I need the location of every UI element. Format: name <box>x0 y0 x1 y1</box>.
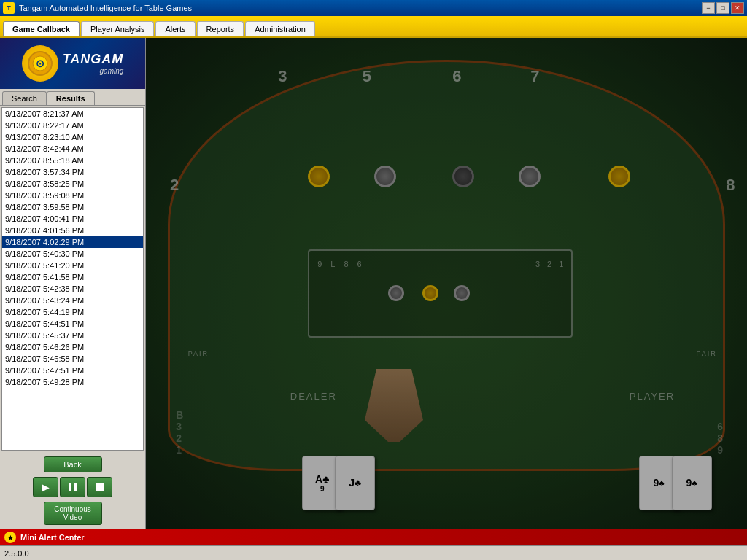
app-icon: T <box>3 2 15 14</box>
result-item[interactable]: 9/18/2007 5:43:24 PM <box>2 295 143 306</box>
table-number-6: 6 <box>452 67 461 86</box>
logo-subname: gaming <box>63 67 124 75</box>
result-item[interactable]: 9/13/2007 8:23:10 AM <box>2 131 143 143</box>
result-item[interactable]: 9/13/2007 8:22:17 AM <box>2 120 143 131</box>
result-item[interactable]: 9/18/2007 3:59:08 PM <box>2 190 143 201</box>
pause-button[interactable] <box>60 477 85 497</box>
minimize-button[interactable]: − <box>702 2 715 14</box>
tab-reports[interactable]: Reports <box>197 21 244 36</box>
tab-alerts[interactable]: Alerts <box>155 21 195 36</box>
result-item[interactable]: 9/13/2007 8:42:44 AM <box>2 143 143 155</box>
result-item[interactable]: 9/13/2007 8:55:18 AM <box>2 155 143 166</box>
stop-button[interactable] <box>87 477 112 497</box>
logo-icon: ⊙ <box>22 45 58 82</box>
svg-text:⊙: ⊙ <box>36 58 44 69</box>
left-panel: ⊙ TANGAM gaming Search Results 9/13/2007… <box>0 38 146 529</box>
chip-inner-2 <box>422 285 438 301</box>
result-item[interactable]: 9/18/2007 5:46:26 PM <box>2 341 143 353</box>
pair-label-right: PAIR <box>696 350 716 357</box>
inner-bet-area: 9L86 321 <box>308 249 573 338</box>
menu-bar: Game Callback Player Analysis Alerts Rep… <box>0 16 747 38</box>
tab-game-callback[interactable]: Game Callback <box>3 21 80 36</box>
result-item[interactable]: 9/18/2007 4:02:29 PM <box>2 236 143 248</box>
results-list[interactable]: 9/13/2007 8:21:37 AM9/13/2007 8:22:17 AM… <box>1 107 144 451</box>
bottom-buttons: Back ▶ Continuous Video <box>0 452 145 529</box>
status-bar: 2.5.0.0 <box>0 545 747 560</box>
result-item[interactable]: 9/18/2007 3:57:34 PM <box>2 166 143 178</box>
sub-tabs: Search Results <box>0 89 145 106</box>
result-item[interactable]: 9/18/2007 5:47:51 PM <box>2 365 143 376</box>
logo-name: TANGAM <box>63 52 124 67</box>
window-controls: − □ ✕ <box>702 2 744 14</box>
svg-rect-3 <box>69 483 71 491</box>
chip-inner-1 <box>388 285 404 301</box>
play-button[interactable]: ▶ <box>33 477 58 497</box>
table-number-2: 2 <box>170 176 179 195</box>
mini-alert-center: ★ Mini Alert Center <box>0 529 747 545</box>
table-number-right-b: 689 <box>717 421 723 456</box>
table-number-7: 7 <box>530 67 539 86</box>
main-content: ⊙ TANGAM gaming Search Results 9/13/2007… <box>0 38 747 529</box>
table-number-5: 5 <box>363 67 371 86</box>
chip-4 <box>519 166 541 187</box>
result-item[interactable]: 9/18/2007 5:49:28 PM <box>2 376 143 388</box>
tab-administration[interactable]: Administration <box>245 21 315 36</box>
result-item[interactable]: 9/18/2007 5:44:19 PM <box>2 306 143 318</box>
svg-rect-5 <box>96 483 104 491</box>
maximize-button[interactable]: □ <box>716 2 729 14</box>
pair-label-left: PAIR <box>188 350 209 357</box>
result-item[interactable]: 9/18/2007 5:44:51 PM <box>2 318 143 330</box>
result-item[interactable]: 9/13/2007 8:21:37 AM <box>2 108 143 120</box>
result-item[interactable]: 9/18/2007 5:41:58 PM <box>2 271 143 283</box>
playback-controls: ▶ <box>33 477 112 497</box>
table-number-3: 3 <box>278 67 287 86</box>
player-label: PLAYER <box>630 391 675 402</box>
version-text: 2.5.0.0 <box>4 549 29 558</box>
result-item[interactable]: 9/18/2007 5:40:30 PM <box>2 248 143 260</box>
result-item[interactable]: 9/18/2007 5:46:58 PM <box>2 353 143 365</box>
card-dealer-2: J♣ <box>335 456 375 510</box>
chip-inner-3 <box>454 285 470 301</box>
back-button[interactable]: Back <box>44 456 102 472</box>
alert-label: Mini Alert Center <box>20 533 85 542</box>
dealer-label: DEALER <box>290 391 337 402</box>
tab-player-analysis[interactable]: Player Analysis <box>81 21 155 36</box>
table-number-left-b: B321 <box>176 409 183 456</box>
result-item[interactable]: 9/18/2007 4:00:41 PM <box>2 213 143 225</box>
subtab-search[interactable]: Search <box>2 91 47 105</box>
video-area: 3 5 6 7 2 8 B321 689 9L86 <box>146 38 747 529</box>
result-item[interactable]: 9/18/2007 5:45:37 PM <box>2 330 143 341</box>
svg-rect-4 <box>74 483 77 491</box>
result-item[interactable]: 9/18/2007 5:42:38 PM <box>2 283 143 295</box>
alert-icon: ★ <box>4 532 16 543</box>
result-item[interactable]: 9/18/2007 3:59:58 PM <box>2 201 143 213</box>
result-item[interactable]: 9/18/2007 5:41:20 PM <box>2 260 143 271</box>
result-item[interactable]: 9/18/2007 4:01:56 PM <box>2 225 143 236</box>
close-button[interactable]: ✕ <box>731 2 744 14</box>
title-bar: T Tangam Automated Intelligence for Tabl… <box>0 0 747 16</box>
logo-area: ⊙ TANGAM gaming <box>0 38 145 89</box>
casino-table: 3 5 6 7 2 8 B321 689 9L86 <box>146 38 747 529</box>
subtab-results[interactable]: Results <box>47 91 95 105</box>
result-item[interactable]: 9/18/2007 3:58:25 PM <box>2 178 143 190</box>
window-title: Tangam Automated Intelligence for Table … <box>19 4 697 12</box>
continuous-video-button[interactable]: Continuous Video <box>44 502 102 525</box>
card-player-2: 9♠ <box>672 456 712 510</box>
table-number-8: 8 <box>726 176 735 195</box>
